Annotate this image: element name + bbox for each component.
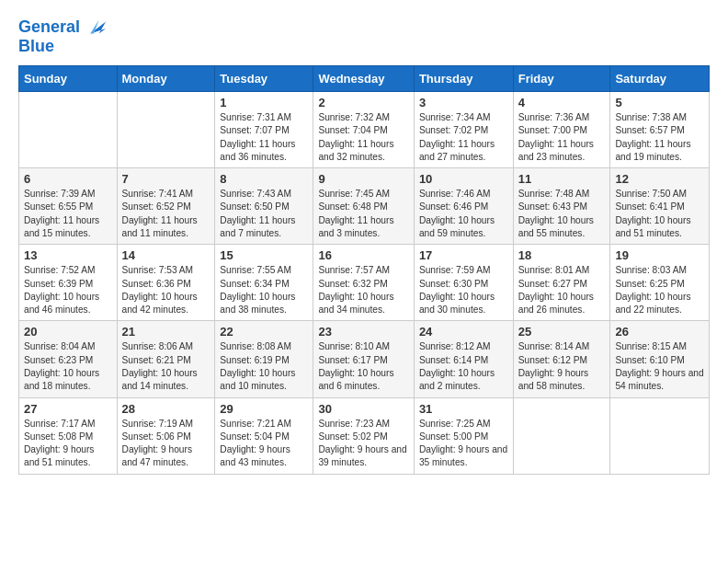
day-number: 18: [518, 248, 606, 262]
day-info: Sunrise: 7:41 AM Sunset: 6:52 PM Dayligh…: [122, 188, 210, 240]
day-info: Sunrise: 7:31 AM Sunset: 7:07 PM Dayligh…: [220, 111, 308, 164]
day-number: 31: [419, 402, 508, 416]
day-number: 17: [419, 248, 508, 262]
day-number: 19: [615, 248, 704, 262]
weekday-header: Monday: [117, 66, 215, 92]
calendar-cell: 8Sunrise: 7:43 AM Sunset: 6:50 PM Daylig…: [215, 168, 313, 245]
calendar-week-row: 20Sunrise: 8:04 AM Sunset: 6:23 PM Dayli…: [19, 321, 710, 397]
day-info: Sunrise: 8:04 AM Sunset: 6:23 PM Dayligh…: [24, 340, 112, 393]
calendar-week-row: 1Sunrise: 7:31 AM Sunset: 7:07 PM Daylig…: [19, 92, 710, 168]
logo-bird-icon: [82, 15, 108, 40]
calendar-cell: 20Sunrise: 8:04 AM Sunset: 6:23 PM Dayli…: [19, 321, 118, 397]
day-info: Sunrise: 7:19 AM Sunset: 5:06 PM Dayligh…: [122, 418, 210, 470]
day-number: 27: [24, 402, 112, 416]
day-info: Sunrise: 8:12 AM Sunset: 6:14 PM Dayligh…: [419, 340, 508, 393]
day-number: 20: [24, 325, 112, 339]
day-info: Sunrise: 7:17 AM Sunset: 5:08 PM Dayligh…: [24, 418, 112, 470]
day-number: 21: [122, 325, 210, 339]
day-info: Sunrise: 7:21 AM Sunset: 5:04 PM Dayligh…: [220, 418, 308, 470]
calendar-cell: 21Sunrise: 8:06 AM Sunset: 6:21 PM Dayli…: [117, 321, 215, 397]
day-number: 5: [615, 96, 704, 109]
calendar-cell: 4Sunrise: 7:36 AM Sunset: 7:00 PM Daylig…: [513, 92, 610, 168]
logo: General Blue: [18, 15, 108, 56]
header: General Blue: [18, 15, 710, 56]
calendar-cell: 7Sunrise: 7:41 AM Sunset: 6:52 PM Daylig…: [117, 168, 215, 245]
day-number: 10: [419, 172, 508, 186]
calendar-cell: 13Sunrise: 7:52 AM Sunset: 6:39 PM Dayli…: [19, 245, 118, 321]
day-number: 23: [318, 325, 408, 339]
day-number: 28: [122, 402, 210, 416]
day-info: Sunrise: 8:14 AM Sunset: 6:12 PM Dayligh…: [518, 340, 606, 393]
day-number: 9: [318, 172, 408, 186]
calendar-cell: 23Sunrise: 8:10 AM Sunset: 6:17 PM Dayli…: [313, 321, 414, 397]
day-info: Sunrise: 7:23 AM Sunset: 5:02 PM Dayligh…: [318, 418, 408, 470]
day-number: 11: [518, 172, 606, 186]
day-number: 14: [122, 248, 210, 262]
day-number: 30: [318, 402, 408, 416]
day-number: 4: [518, 96, 606, 109]
day-number: 2: [318, 96, 408, 109]
day-info: Sunrise: 8:01 AM Sunset: 6:27 PM Dayligh…: [518, 264, 606, 316]
calendar-week-row: 13Sunrise: 7:52 AM Sunset: 6:39 PM Dayli…: [19, 245, 710, 321]
day-number: 29: [220, 402, 308, 416]
weekday-header: Thursday: [414, 66, 513, 92]
day-info: Sunrise: 7:45 AM Sunset: 6:48 PM Dayligh…: [318, 188, 408, 240]
calendar-cell: [117, 92, 215, 168]
calendar-cell: 6Sunrise: 7:39 AM Sunset: 6:55 PM Daylig…: [19, 168, 118, 245]
calendar-cell: 31Sunrise: 7:25 AM Sunset: 5:00 PM Dayli…: [414, 397, 513, 474]
calendar-cell: [513, 397, 610, 474]
day-info: Sunrise: 7:34 AM Sunset: 7:02 PM Dayligh…: [419, 111, 508, 164]
day-info: Sunrise: 7:32 AM Sunset: 7:04 PM Dayligh…: [318, 111, 408, 164]
page: General Blue SundayMondayTuesdayWednesda…: [0, 0, 728, 563]
day-info: Sunrise: 7:50 AM Sunset: 6:41 PM Dayligh…: [615, 188, 704, 240]
day-number: 26: [615, 325, 704, 339]
calendar-cell: 10Sunrise: 7:46 AM Sunset: 6:46 PM Dayli…: [414, 168, 513, 245]
day-info: Sunrise: 7:38 AM Sunset: 6:57 PM Dayligh…: [615, 111, 704, 164]
calendar-header-row: SundayMondayTuesdayWednesdayThursdayFrid…: [19, 66, 710, 92]
day-number: 7: [122, 172, 210, 186]
day-info: Sunrise: 7:48 AM Sunset: 6:43 PM Dayligh…: [518, 188, 606, 240]
day-number: 24: [419, 325, 508, 339]
day-number: 13: [24, 248, 112, 262]
calendar-cell: 12Sunrise: 7:50 AM Sunset: 6:41 PM Dayli…: [610, 168, 710, 245]
calendar-cell: 30Sunrise: 7:23 AM Sunset: 5:02 PM Dayli…: [313, 397, 414, 474]
day-number: 12: [615, 172, 704, 186]
day-info: Sunrise: 7:25 AM Sunset: 5:00 PM Dayligh…: [419, 418, 508, 470]
calendar-cell: 28Sunrise: 7:19 AM Sunset: 5:06 PM Dayli…: [117, 397, 215, 474]
day-number: 3: [419, 96, 508, 109]
calendar-cell: 11Sunrise: 7:48 AM Sunset: 6:43 PM Dayli…: [513, 168, 610, 245]
day-info: Sunrise: 7:53 AM Sunset: 6:36 PM Dayligh…: [122, 264, 210, 316]
weekday-header: Friday: [513, 66, 610, 92]
calendar-cell: 26Sunrise: 8:15 AM Sunset: 6:10 PM Dayli…: [610, 321, 710, 397]
day-info: Sunrise: 7:36 AM Sunset: 7:00 PM Dayligh…: [518, 111, 606, 164]
calendar-cell: 24Sunrise: 8:12 AM Sunset: 6:14 PM Dayli…: [414, 321, 513, 397]
weekday-header: Wednesday: [313, 66, 414, 92]
calendar-week-row: 27Sunrise: 7:17 AM Sunset: 5:08 PM Dayli…: [19, 397, 710, 474]
calendar-cell: 18Sunrise: 8:01 AM Sunset: 6:27 PM Dayli…: [513, 245, 610, 321]
day-number: 6: [24, 172, 112, 186]
weekday-header: Tuesday: [215, 66, 313, 92]
calendar-cell: 25Sunrise: 8:14 AM Sunset: 6:12 PM Dayli…: [513, 321, 610, 397]
day-info: Sunrise: 8:10 AM Sunset: 6:17 PM Dayligh…: [318, 340, 408, 393]
day-info: Sunrise: 8:08 AM Sunset: 6:19 PM Dayligh…: [220, 340, 308, 393]
calendar-cell: 29Sunrise: 7:21 AM Sunset: 5:04 PM Dayli…: [215, 397, 313, 474]
day-info: Sunrise: 8:03 AM Sunset: 6:25 PM Dayligh…: [615, 264, 704, 316]
calendar-cell: 15Sunrise: 7:55 AM Sunset: 6:34 PM Dayli…: [215, 245, 313, 321]
calendar-cell: 1Sunrise: 7:31 AM Sunset: 7:07 PM Daylig…: [215, 92, 313, 168]
calendar-week-row: 6Sunrise: 7:39 AM Sunset: 6:55 PM Daylig…: [19, 168, 710, 245]
weekday-header: Sunday: [19, 66, 118, 92]
day-info: Sunrise: 7:39 AM Sunset: 6:55 PM Dayligh…: [24, 188, 112, 240]
calendar-cell: 2Sunrise: 7:32 AM Sunset: 7:04 PM Daylig…: [313, 92, 414, 168]
calendar-cell: 3Sunrise: 7:34 AM Sunset: 7:02 PM Daylig…: [414, 92, 513, 168]
day-info: Sunrise: 7:43 AM Sunset: 6:50 PM Dayligh…: [220, 188, 308, 240]
day-number: 8: [220, 172, 308, 186]
day-info: Sunrise: 8:15 AM Sunset: 6:10 PM Dayligh…: [615, 340, 704, 393]
calendar-cell: [610, 397, 710, 474]
day-info: Sunrise: 7:57 AM Sunset: 6:32 PM Dayligh…: [318, 264, 408, 316]
day-number: 25: [518, 325, 606, 339]
calendar-cell: 14Sunrise: 7:53 AM Sunset: 6:36 PM Dayli…: [117, 245, 215, 321]
day-number: 16: [318, 248, 408, 262]
calendar-cell: [19, 92, 118, 168]
day-number: 22: [220, 325, 308, 339]
calendar-cell: 16Sunrise: 7:57 AM Sunset: 6:32 PM Dayli…: [313, 245, 414, 321]
